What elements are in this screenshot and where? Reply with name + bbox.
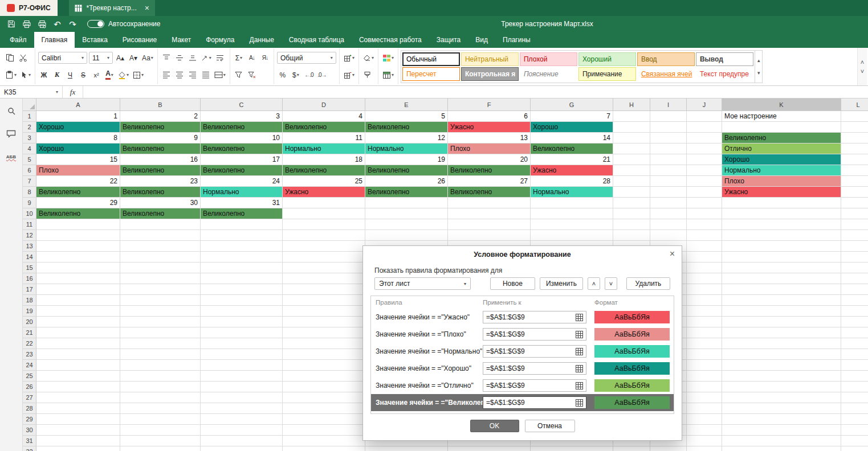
cell-H1[interactable] <box>613 111 650 122</box>
cell-I8[interactable] <box>650 187 687 198</box>
cell-K5[interactable]: Хорошо <box>722 154 841 165</box>
cell-E2[interactable]: Великолепно <box>365 122 448 133</box>
cell-J4[interactable] <box>687 144 722 154</box>
cell-J24[interactable] <box>687 360 722 371</box>
rule-row-3[interactable]: Значение ячейки = ="Нормально"=$A$1:$G$9… <box>371 343 674 360</box>
cell-style-row2-4[interactable]: Примечание <box>578 67 636 81</box>
cell-K22[interactable] <box>722 338 841 349</box>
align-left-icon[interactable] <box>161 69 172 81</box>
cell-D29[interactable] <box>283 414 365 425</box>
row-header-22[interactable]: 22 <box>23 338 36 349</box>
cell-D18[interactable] <box>283 295 365 306</box>
cell-B4[interactable]: Великолепно <box>120 144 201 154</box>
clear-eraser-button[interactable]: ▾ <box>362 52 375 64</box>
cell-B3[interactable]: 9 <box>120 133 201 144</box>
cell-F10[interactable] <box>448 208 531 219</box>
cell-style-row2-1[interactable]: Пересчет <box>402 67 460 81</box>
fill-color-button[interactable]: ▾ <box>117 69 130 81</box>
cell-B7[interactable]: 23 <box>120 176 201 187</box>
cell-H12[interactable] <box>613 230 650 241</box>
autosum-button[interactable]: Σ▾ <box>233 52 244 64</box>
cell-D14[interactable] <box>283 252 365 263</box>
delete-rule-button[interactable]: Удалить <box>626 277 670 290</box>
font-size-dropdown-icon[interactable]: ▾ <box>107 56 109 60</box>
row-header-29[interactable]: 29 <box>23 414 36 425</box>
align-middle-icon[interactable] <box>174 52 185 64</box>
cell-A16[interactable] <box>36 273 120 284</box>
cell-I5[interactable] <box>650 154 687 165</box>
row-header-17[interactable]: 17 <box>23 284 36 295</box>
cancel-button[interactable]: Отмена <box>525 420 575 432</box>
cell-B12[interactable] <box>120 230 201 241</box>
cell-E12[interactable] <box>365 230 448 241</box>
cell-D24[interactable] <box>283 360 365 371</box>
cell-G12[interactable] <box>531 230 613 241</box>
cell-F12[interactable] <box>448 230 531 241</box>
cell-B21[interactable] <box>120 327 201 338</box>
cell-J12[interactable] <box>687 230 722 241</box>
cell-E5[interactable]: 19 <box>365 154 448 165</box>
cell-J25[interactable] <box>687 371 722 382</box>
dialog-header[interactable]: Условное форматирование × <box>363 246 682 263</box>
cell-K7[interactable]: Плохо <box>722 176 841 187</box>
cell-B29[interactable] <box>120 414 201 425</box>
cell-A8[interactable]: Великолепно <box>36 187 120 198</box>
row-header-5[interactable]: 5 <box>23 154 36 165</box>
select-range-icon[interactable] <box>576 365 583 372</box>
cell-G6[interactable]: Ужасно <box>531 165 613 176</box>
cell-B10[interactable]: Великолепно <box>120 208 201 219</box>
format-as-table-dropdown-icon[interactable]: ▾ <box>392 73 394 77</box>
cell-K10[interactable] <box>722 208 841 219</box>
cell-A17[interactable] <box>36 284 120 295</box>
cell-D4[interactable]: Нормально <box>283 144 365 154</box>
clear-dropdown-icon[interactable]: ▾ <box>372 56 374 60</box>
cell-C5[interactable]: 17 <box>201 154 283 165</box>
cell-D30[interactable] <box>283 425 365 436</box>
column-header-B[interactable]: B <box>120 99 201 110</box>
cell-G7[interactable]: 28 <box>531 176 613 187</box>
row-header-6[interactable]: 6 <box>23 165 36 176</box>
cell-D20[interactable] <box>283 317 365 327</box>
search-icon[interactable] <box>5 104 18 118</box>
name-box[interactable]: K35 ▾ <box>0 86 63 98</box>
cell-B14[interactable] <box>120 252 201 263</box>
cell-L17[interactable] <box>841 284 868 295</box>
cell-I4[interactable] <box>650 144 687 154</box>
cell-J14[interactable] <box>687 252 722 263</box>
decrease-decimal-button[interactable]: ←.0 <box>303 69 315 81</box>
cell-C28[interactable] <box>201 403 283 414</box>
cell-L21[interactable] <box>841 327 868 338</box>
cell-C23[interactable] <box>201 349 283 360</box>
row-header-18[interactable]: 18 <box>23 295 36 306</box>
save-button[interactable] <box>3 17 19 31</box>
cell-F6[interactable]: Великолепно <box>448 165 531 176</box>
increase-decimal-button[interactable]: .0→ <box>316 69 328 81</box>
ok-button[interactable]: OK <box>470 420 519 432</box>
cell-F3[interactable]: 13 <box>448 133 531 144</box>
cell-L4[interactable] <box>841 144 868 154</box>
row-header-15[interactable]: 15 <box>23 263 36 273</box>
cell-L7[interactable] <box>841 176 868 187</box>
cell-K26[interactable] <box>722 382 841 392</box>
cell-J27[interactable] <box>687 392 722 403</box>
cell-D15[interactable] <box>283 263 365 273</box>
cell-J18[interactable] <box>687 295 722 306</box>
cell-A3[interactable]: 8 <box>36 133 120 144</box>
cell-F9[interactable] <box>448 198 531 208</box>
cell-B30[interactable] <box>120 425 201 436</box>
menu-tab-plugins[interactable]: Плагины <box>495 32 538 48</box>
cell-H2[interactable] <box>613 122 650 133</box>
column-header-E[interactable]: E <box>365 99 448 110</box>
row-header-9[interactable]: 9 <box>23 198 36 208</box>
cell-G8[interactable]: Нормально <box>531 187 613 198</box>
row-header-20[interactable]: 20 <box>23 317 36 327</box>
cell-J11[interactable] <box>687 219 722 230</box>
cell-D32[interactable] <box>283 446 365 451</box>
align-center-icon[interactable] <box>174 69 185 81</box>
cell-G4[interactable]: Великолепно <box>531 144 613 154</box>
cell-G1[interactable]: 7 <box>531 111 613 122</box>
cell-K16[interactable] <box>722 273 841 284</box>
row-header-24[interactable]: 24 <box>23 360 36 371</box>
currency-style-button[interactable]: $▾ <box>290 69 301 81</box>
cell-C3[interactable]: 10 <box>201 133 283 144</box>
